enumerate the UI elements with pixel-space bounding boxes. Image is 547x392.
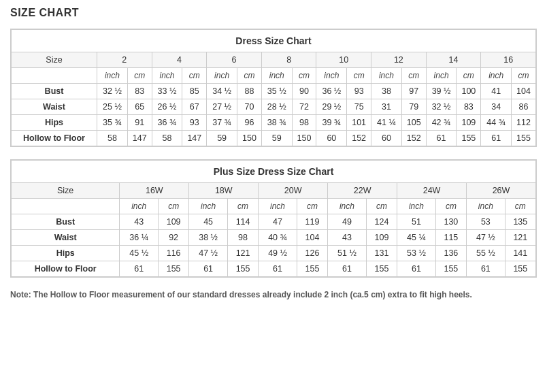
dress-htf-10-cm: 152: [347, 131, 371, 146]
dress-size-chart: Dress Size Chart Size 2 4 6 8 10 12 14 1…: [10, 29, 537, 147]
plus-waist-24w-cm: 115: [435, 230, 466, 246]
plus-unit-20w-cm: cm: [297, 199, 327, 214]
dress-size-14: 14: [426, 52, 481, 68]
dress-waist-14-cm: 83: [457, 99, 481, 115]
plus-bust-24w-cm: 130: [435, 214, 466, 230]
table-row: Hollow to Floor 61 155 61 155 61 155 61 …: [12, 261, 536, 277]
dress-hips-8-cm: 98: [292, 115, 316, 131]
plus-unit-22w-cm: cm: [366, 199, 397, 214]
dress-size-10: 10: [316, 52, 371, 68]
plus-htf-26w-inch: 61: [467, 261, 505, 277]
plus-unit-18w-cm: cm: [227, 199, 258, 214]
dress-hips-6-inch: 37 ¾: [207, 115, 237, 131]
dress-htf-12-inch: 60: [371, 131, 402, 146]
dress-waist-16-cm: 86: [512, 99, 536, 115]
plus-unit-header-row: inch cm inch cm inch cm inch cm inch cm …: [12, 199, 536, 214]
plus-htf-24w-inch: 61: [397, 261, 436, 277]
plus-hips-18w-cm: 121: [227, 246, 258, 261]
plus-waist-26w-cm: 121: [505, 230, 535, 246]
plus-hips-24w-cm: 136: [435, 246, 466, 261]
plus-waist-24w-inch: 45 ¼: [397, 230, 436, 246]
plus-bust-24w-inch: 51: [397, 214, 436, 230]
dress-bust-10-inch: 36 ½: [316, 84, 347, 99]
plus-hips-20w-inch: 49 ½: [259, 246, 297, 261]
plus-htf-22w-cm: 155: [366, 261, 397, 277]
dress-waist-6-inch: 27 ½: [207, 99, 237, 115]
dress-htf-12-cm: 152: [401, 131, 426, 146]
dress-htf-2-cm: 147: [127, 131, 152, 146]
plus-hips-16w-inch: 45 ½: [120, 246, 159, 261]
plus-unit-16w-inch: inch: [120, 199, 159, 214]
dress-waist-16-inch: 34: [481, 99, 512, 115]
dress-waist-8-inch: 28 ½: [261, 99, 292, 115]
table-row: Waist 36 ¼ 92 38 ½ 98 40 ¾ 104 43 109 45…: [12, 230, 536, 246]
table-row: Bust 32 ½ 83 33 ½ 85 34 ½ 88 35 ½ 90 36 …: [12, 84, 536, 99]
dress-unit-6-inch: inch: [207, 68, 237, 84]
dress-unit-4-inch: inch: [152, 68, 182, 84]
plus-waist-18w-inch: 38 ½: [189, 230, 228, 246]
plus-size-chart: Plus Size Dress Size Chart Size 16W 18W …: [10, 159, 537, 278]
plus-unit-empty: [12, 199, 120, 214]
dress-hips-2-inch: 35 ¾: [97, 115, 128, 131]
note-prefix: Note:: [10, 290, 31, 299]
dress-waist-2-inch: 25 ½: [97, 99, 128, 115]
dress-unit-12-inch: inch: [371, 68, 402, 84]
dress-htf-6-inch: 59: [207, 131, 237, 146]
dress-size-8: 8: [261, 52, 316, 68]
dress-htf-10-inch: 60: [316, 131, 347, 146]
dress-hips-8-inch: 38 ¾: [261, 115, 292, 131]
dress-waist-10-cm: 75: [347, 99, 371, 115]
plus-hips-24w-inch: 53 ½: [397, 246, 436, 261]
plus-waist-20w-inch: 40 ¾: [259, 230, 297, 246]
dress-waist-4-cm: 67: [182, 99, 207, 115]
note-body: The Hollow to Floor measurement of our s…: [31, 290, 472, 299]
dress-chart-title-row: Dress Size Chart: [12, 30, 536, 52]
plus-bust-16w-cm: 109: [158, 214, 188, 230]
dress-size-4: 4: [152, 52, 207, 68]
plus-htf-18w-cm: 155: [227, 261, 258, 277]
dress-bust-8-cm: 90: [292, 84, 316, 99]
dress-unit-16-cm: cm: [512, 68, 536, 84]
plus-unit-26w-inch: inch: [467, 199, 505, 214]
page-title: SIZE CHART: [10, 7, 537, 19]
plus-waist-16w-cm: 92: [158, 230, 188, 246]
plus-unit-20w-inch: inch: [259, 199, 297, 214]
dress-bust-4-inch: 33 ½: [152, 84, 182, 99]
plus-waist-16w-inch: 36 ¼: [120, 230, 159, 246]
dress-bust-10-cm: 93: [347, 84, 371, 99]
plus-htf-16w-inch: 61: [120, 261, 159, 277]
plus-unit-18w-inch: inch: [189, 199, 228, 214]
dress-bust-16-cm: 104: [512, 84, 536, 99]
plus-hips-26w-inch: 55 ½: [467, 246, 505, 261]
dress-htf-14-inch: 61: [426, 131, 457, 146]
plus-bust-22w-inch: 49: [328, 214, 367, 230]
dress-waist-10-inch: 29 ½: [316, 99, 347, 115]
dress-waist-8-cm: 72: [292, 99, 316, 115]
plus-unit-16w-cm: cm: [158, 199, 188, 214]
dress-unit-12-cm: cm: [401, 68, 426, 84]
dress-size-16: 16: [481, 52, 536, 68]
dress-htf-16-cm: 155: [512, 131, 536, 146]
table-row: Hollow to Floor 58 147 58 147 59 150 59 …: [12, 131, 536, 146]
plus-hips-20w-cm: 126: [297, 246, 327, 261]
dress-bust-14-cm: 100: [457, 84, 481, 99]
plus-size-label: Size: [12, 183, 120, 199]
plus-size-26w: 26W: [467, 183, 536, 199]
plus-hips-26w-cm: 141: [505, 246, 535, 261]
plus-size-table: Plus Size Dress Size Chart Size 16W 18W …: [11, 160, 536, 277]
plus-htf-26w-cm: 155: [505, 261, 535, 277]
dress-unit-8-inch: inch: [261, 68, 292, 84]
plus-unit-24w-cm: cm: [435, 199, 466, 214]
plus-bust-18w-inch: 45: [189, 214, 228, 230]
dress-size-table: Dress Size Chart Size 2 4 6 8 10 12 14 1…: [11, 29, 536, 146]
dress-htf-4-inch: 58: [152, 131, 182, 146]
dress-htf-label: Hollow to Floor: [12, 131, 97, 146]
plus-bust-26w-inch: 53: [467, 214, 505, 230]
plus-size-22w: 22W: [328, 183, 397, 199]
dress-hips-12-inch: 41 ¼: [371, 115, 402, 131]
dress-waist-12-cm: 79: [401, 99, 426, 115]
note-text: Note: The Hollow to Floor measurement of…: [10, 290, 537, 299]
plus-size-header-row: Size 16W 18W 20W 22W 24W 26W: [12, 183, 536, 199]
dress-unit-2-inch: inch: [97, 68, 128, 84]
plus-unit-26w-cm: cm: [505, 199, 535, 214]
